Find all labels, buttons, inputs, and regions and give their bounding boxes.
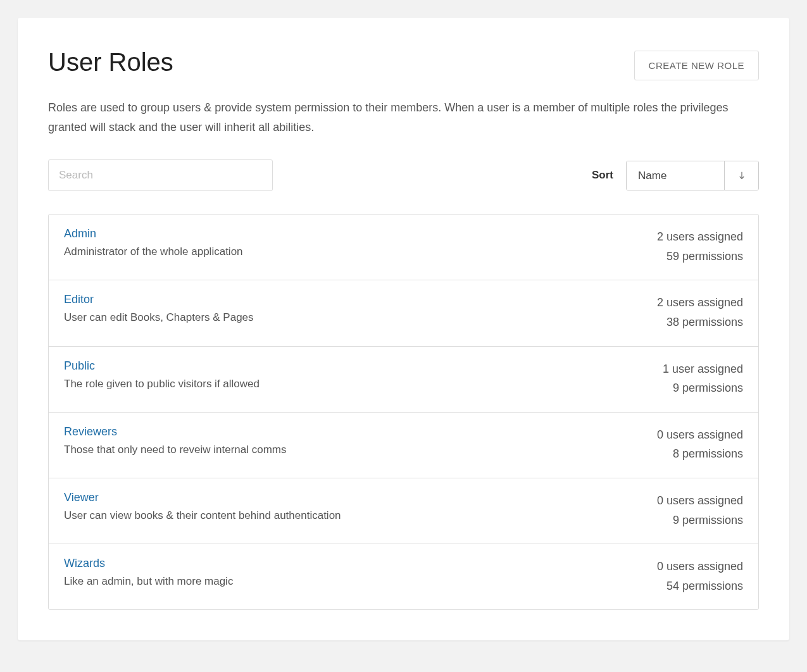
role-description: Administrator of the whole application — [64, 246, 657, 258]
role-users-assigned: 2 users assigned — [657, 293, 743, 313]
sort-direction-button[interactable] — [724, 161, 758, 190]
role-permissions: 54 permissions — [657, 576, 743, 596]
role-permissions: 9 permissions — [663, 378, 743, 398]
role-item: Public The role given to public visitors… — [49, 347, 758, 413]
role-item-stats: 0 users assigned 8 permissions — [657, 425, 743, 464]
role-name-link[interactable]: Viewer — [64, 491, 99, 504]
page-description: Roles are used to group users & provide … — [48, 98, 759, 137]
role-users-assigned: 0 users assigned — [657, 491, 743, 511]
role-name-link[interactable]: Public — [64, 359, 95, 373]
sort-group: Sort Name — [592, 161, 759, 190]
role-item-stats: 0 users assigned 9 permissions — [657, 491, 743, 530]
role-item-info: Wizards Like an admin, but with more mag… — [64, 557, 657, 588]
sort-controls: Name — [626, 161, 759, 190]
role-users-assigned: 2 users assigned — [657, 227, 743, 247]
sort-label: Sort — [592, 169, 613, 182]
role-description: User can edit Books, Chapters & Pages — [64, 311, 657, 324]
search-input[interactable] — [48, 159, 273, 191]
role-permissions: 9 permissions — [657, 511, 743, 530]
role-name-link[interactable]: Editor — [64, 293, 94, 306]
roles-card: User Roles Create New Role Roles are use… — [18, 18, 789, 640]
sort-select[interactable]: Name — [627, 161, 724, 190]
role-description: Like an admin, but with more magic — [64, 575, 657, 588]
page-title: User Roles — [48, 48, 173, 76]
role-item-stats: 2 users assigned 38 permissions — [657, 293, 743, 332]
role-users-assigned: 0 users assigned — [657, 557, 743, 576]
role-users-assigned: 0 users assigned — [657, 425, 743, 445]
role-item-info: Viewer User can view books & their conte… — [64, 491, 657, 522]
role-item: Editor User can edit Books, Chapters & P… — [49, 280, 758, 346]
role-description: The role given to public visitors if all… — [64, 378, 663, 390]
role-item: Viewer User can view books & their conte… — [49, 478, 758, 544]
role-permissions: 38 permissions — [657, 313, 743, 332]
role-item-info: Public The role given to public visitors… — [64, 359, 663, 390]
role-permissions: 8 permissions — [657, 444, 743, 464]
role-item-info: Editor User can edit Books, Chapters & P… — [64, 293, 657, 324]
role-users-assigned: 1 user assigned — [663, 359, 743, 379]
role-item-info: Admin Administrator of the whole applica… — [64, 227, 657, 258]
role-name-link[interactable]: Admin — [64, 227, 96, 240]
header-row: User Roles Create New Role — [48, 48, 759, 80]
role-permissions: 59 permissions — [657, 247, 743, 266]
role-item-stats: 1 user assigned 9 permissions — [663, 359, 743, 398]
role-item-stats: 2 users assigned 59 permissions — [657, 227, 743, 266]
role-name-link[interactable]: Wizards — [64, 557, 105, 570]
role-name-link[interactable]: Reviewers — [64, 425, 117, 439]
role-description: User can view books & their content behi… — [64, 509, 657, 522]
role-item: Reviewers Those that only need to reveiw… — [49, 413, 758, 478]
role-item: Wizards Like an admin, but with more mag… — [49, 544, 758, 609]
role-item: Admin Administrator of the whole applica… — [49, 215, 758, 280]
create-role-button[interactable]: Create New Role — [634, 51, 759, 80]
controls-row: Sort Name — [48, 159, 759, 191]
role-list: Admin Administrator of the whole applica… — [48, 214, 759, 610]
role-description: Those that only need to reveiw internal … — [64, 444, 657, 456]
role-item-info: Reviewers Those that only need to reveiw… — [64, 425, 657, 456]
arrow-down-icon — [737, 170, 747, 180]
role-item-stats: 0 users assigned 54 permissions — [657, 557, 743, 595]
